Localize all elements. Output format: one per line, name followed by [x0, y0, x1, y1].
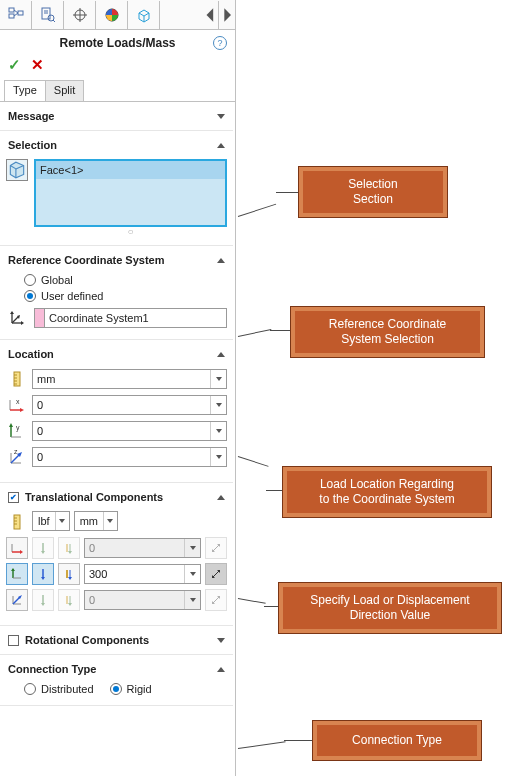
ok-button[interactable]: ✓ — [8, 56, 21, 74]
radio-distributed-label: Distributed — [41, 683, 94, 695]
svg-marker-80 — [68, 603, 72, 606]
cancel-button[interactable]: ✕ — [31, 56, 44, 74]
callout-selection-text: Selection Section — [348, 177, 397, 206]
x-axis-icon: x — [6, 394, 28, 416]
location-z-input[interactable]: 0 — [32, 447, 227, 467]
dropdown-icon — [184, 591, 200, 609]
tab-type[interactable]: Type — [4, 80, 46, 101]
property-manager-icon[interactable] — [32, 1, 64, 29]
svg-marker-68 — [68, 577, 72, 580]
appearance-icon[interactable] — [96, 1, 128, 29]
svg-rect-46 — [14, 515, 20, 529]
top-toolbar — [0, 0, 235, 30]
trans-z-input: 0 — [84, 590, 201, 610]
disp-dir1-icon[interactable] — [58, 537, 80, 559]
chevron-up-icon — [217, 352, 225, 357]
selection-indicator-icon — [35, 309, 45, 327]
units-ruler-icon — [6, 368, 28, 390]
radio-user-defined[interactable]: User defined — [24, 290, 227, 302]
dropdown-icon — [184, 539, 200, 557]
coord-system-icon[interactable] — [6, 307, 28, 329]
coord-system-value: Coordinate System1 — [45, 309, 226, 327]
feature-tree-icon[interactable] — [0, 1, 32, 29]
svg-line-4 — [14, 13, 18, 16]
trans-z-value: 0 — [85, 592, 184, 608]
section-location-header[interactable]: Location — [6, 344, 227, 364]
location-x-input[interactable]: 0 — [32, 395, 227, 415]
force-dir1-icon[interactable] — [32, 537, 54, 559]
help-icon[interactable]: ? — [213, 36, 227, 50]
svg-rect-1 — [9, 14, 14, 18]
disp-dir3-icon[interactable] — [58, 589, 80, 611]
trans-y-value: 300 — [85, 566, 184, 582]
config-manager-icon[interactable] — [64, 1, 96, 29]
display-manager-icon[interactable] — [128, 1, 160, 29]
radio-off-icon — [24, 683, 36, 695]
section-refcoord-label: Reference Coordinate System — [8, 254, 165, 266]
svg-marker-54 — [41, 551, 45, 554]
fx-axis-icon[interactable] — [6, 537, 28, 559]
fz-axis-icon[interactable] — [6, 589, 28, 611]
section-refcoord-header[interactable]: Reference Coordinate System — [6, 250, 227, 270]
radio-rigid-label: Rigid — [127, 683, 152, 695]
callout-refcoord: Reference Coordinate System Selection — [290, 306, 485, 358]
radio-rigid[interactable]: Rigid — [110, 683, 152, 695]
location-unit-select[interactable]: mm — [32, 369, 227, 389]
radio-distributed[interactable]: Distributed — [24, 683, 94, 695]
force-dir3-icon[interactable] — [32, 589, 54, 611]
reverse-dir-icon[interactable] — [205, 563, 227, 585]
dropdown-icon — [103, 512, 117, 530]
trans-y-input[interactable]: 300 — [84, 564, 201, 584]
selection-item[interactable]: Face<1> — [36, 161, 225, 179]
checkbox-on-icon[interactable] — [8, 492, 19, 503]
coord-system-input[interactable]: Coordinate System1 — [34, 308, 227, 328]
y-axis-icon: y — [6, 420, 28, 442]
section-conn-label: Connection Type — [8, 663, 96, 675]
resize-grip-icon[interactable]: ○ — [34, 227, 227, 235]
svg-rect-66 — [66, 570, 68, 578]
scroll-left-icon[interactable] — [203, 1, 219, 29]
radio-global[interactable]: Global — [24, 274, 227, 286]
force-unit-select[interactable]: lbf — [32, 511, 70, 531]
units-ruler-icon — [6, 511, 28, 533]
connector-line — [238, 598, 266, 604]
location-x-value: 0 — [33, 397, 210, 413]
callout-conn: Connection Type — [312, 720, 482, 761]
section-selection-header[interactable]: Selection — [6, 135, 227, 155]
dropdown-icon — [184, 565, 200, 583]
section-rot-header[interactable]: Rotational Components — [6, 630, 227, 650]
section-trans-header[interactable]: Translational Components — [6, 487, 227, 507]
panel-title-row: Remote Loads/Mass ? — [0, 30, 235, 52]
force-dir2-icon[interactable] — [32, 563, 54, 585]
reverse-dir-icon[interactable] — [205, 589, 227, 611]
radio-on-icon — [24, 290, 36, 302]
location-y-input[interactable]: 0 — [32, 421, 227, 441]
scroll-right-icon[interactable] — [219, 1, 235, 29]
checkbox-off-icon[interactable] — [8, 635, 19, 646]
fy-axis-icon[interactable] — [6, 563, 28, 585]
dropdown-icon — [210, 448, 226, 466]
connector-line — [284, 740, 312, 741]
svg-rect-2 — [18, 11, 23, 15]
section-conn-header[interactable]: Connection Type — [6, 659, 227, 679]
section-selection-label: Selection — [8, 139, 57, 151]
section-message-header[interactable]: Message — [6, 106, 227, 126]
tab-split[interactable]: Split — [45, 80, 84, 101]
dropdown-icon — [210, 370, 226, 388]
callout-location-text: Load Location Regarding to the Coordinat… — [319, 477, 454, 506]
selection-list[interactable]: Face<1> — [34, 159, 227, 227]
svg-line-15 — [144, 13, 149, 16]
face-icon[interactable] — [6, 159, 28, 181]
reverse-dir-icon[interactable] — [205, 537, 227, 559]
length-unit-select[interactable]: mm — [74, 511, 118, 531]
confirm-row: ✓ ✕ — [0, 52, 235, 80]
trans-x-input: 0 — [84, 538, 201, 558]
connector-line — [266, 490, 282, 491]
property-manager-panel: Remote Loads/Mass ? ✓ ✕ Type Split Messa… — [0, 0, 236, 776]
svg-line-14 — [139, 13, 144, 16]
disp-dir2-icon[interactable] — [58, 563, 80, 585]
scroll-area[interactable]: Message Selection Face<1> — [0, 102, 235, 776]
svg-marker-77 — [41, 603, 45, 606]
svg-marker-35 — [20, 408, 24, 412]
connector-line — [270, 330, 290, 331]
